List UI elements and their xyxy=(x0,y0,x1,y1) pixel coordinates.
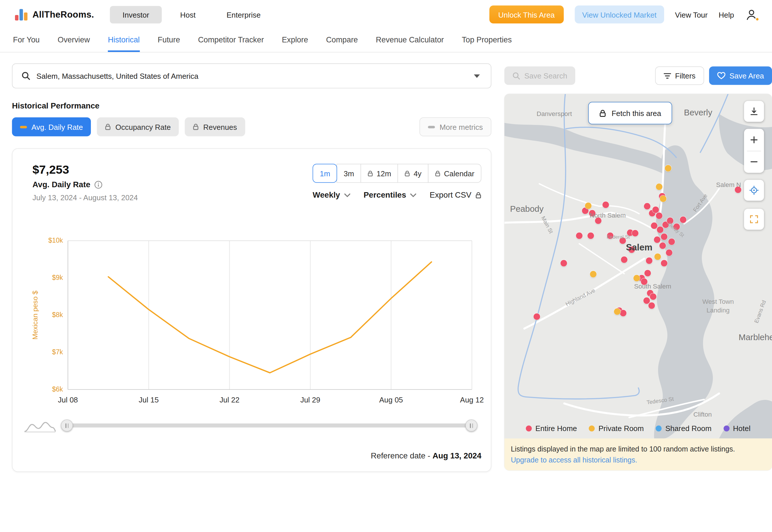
listing-dot-entire-home[interactable] xyxy=(656,213,663,219)
help-link[interactable]: Help xyxy=(719,10,734,18)
zoom-in-button[interactable] xyxy=(744,129,764,151)
listing-dot-private-room[interactable] xyxy=(585,203,592,209)
legend-label: Private Room xyxy=(598,424,644,432)
download-map-button[interactable] xyxy=(744,101,764,122)
locate-me-button[interactable] xyxy=(744,180,764,201)
listing-dot-entire-home[interactable] xyxy=(673,224,680,230)
upgrade-link[interactable]: Upgrade to access all historical listing… xyxy=(511,456,637,464)
listing-dot-entire-home[interactable] xyxy=(659,242,666,249)
adr-line-chart: $10k$9k$8k$7k$6kJul 08Jul 15Jul 22Jul 29… xyxy=(33,238,472,408)
tab-explore[interactable]: Explore xyxy=(282,29,308,52)
listing-dot-entire-home[interactable] xyxy=(646,257,653,264)
unlock-this-area-button[interactable]: Unlock This Area xyxy=(489,5,564,23)
listing-dot-entire-home[interactable] xyxy=(628,246,635,253)
listing-dot-entire-home[interactable] xyxy=(620,310,627,316)
metric-occupancy-rate[interactable]: Occupancy Rate xyxy=(97,117,179,136)
tab-overview[interactable]: Overview xyxy=(58,29,90,52)
listings-layer: DanversportBeverlyPeabodyNorth SalemSale… xyxy=(504,94,772,438)
listing-dot-entire-home[interactable] xyxy=(643,297,650,304)
range-calendar[interactable]: Calendar xyxy=(428,164,481,183)
listing-dot-entire-home[interactable] xyxy=(649,302,655,309)
listing-dot-entire-home[interactable] xyxy=(661,233,668,240)
listing-dot-private-room[interactable] xyxy=(654,253,661,260)
listing-dot-entire-home[interactable] xyxy=(644,270,651,277)
listing-dot-entire-home[interactable] xyxy=(668,239,675,245)
range-1m[interactable]: 1m xyxy=(313,164,337,183)
listing-dot-entire-home[interactable] xyxy=(680,216,687,223)
listing-dot-entire-home[interactable] xyxy=(576,233,583,239)
tab-for-you[interactable]: For You xyxy=(13,29,40,52)
listing-dot-entire-home[interactable] xyxy=(595,218,602,224)
listing-dot-entire-home[interactable] xyxy=(652,207,659,213)
frequency-select[interactable]: Weekly xyxy=(313,191,351,200)
nav-enterprise[interactable]: Enterprise xyxy=(214,6,273,23)
nav-host[interactable]: Host xyxy=(168,6,208,23)
slider-handle-right[interactable] xyxy=(465,419,477,432)
metric-revenues[interactable]: Revenues xyxy=(185,117,245,136)
range-4y[interactable]: 4y xyxy=(398,164,428,183)
listing-dot-private-room[interactable] xyxy=(665,165,672,172)
filters-button[interactable]: Filters xyxy=(655,66,704,85)
listing-dot-private-room[interactable] xyxy=(656,183,663,190)
more-metrics-button[interactable]: More metrics xyxy=(420,117,492,136)
location-search[interactable] xyxy=(12,63,492,89)
tab-future[interactable]: Future xyxy=(158,29,180,52)
listing-dot-entire-home[interactable] xyxy=(621,256,627,263)
metric-avg-daily-rate[interactable]: Avg. Daily Rate xyxy=(12,117,91,136)
percentiles-select[interactable]: Percentiles xyxy=(363,191,417,200)
listing-dot-entire-home[interactable] xyxy=(661,260,668,267)
legend-item-hotel: Hotel xyxy=(724,424,751,432)
slider-track[interactable] xyxy=(67,424,471,428)
info-icon[interactable] xyxy=(94,181,102,189)
map-place-label: Fort Ave xyxy=(692,193,708,213)
tab-revenue-calculator[interactable]: Revenue Calculator xyxy=(376,29,444,52)
fetch-this-area-button[interactable]: Fetch this area xyxy=(588,102,672,124)
range-3m[interactable]: 3m xyxy=(337,164,361,183)
listing-dot-entire-home[interactable] xyxy=(619,237,626,244)
listing-dot-entire-home[interactable] xyxy=(587,233,594,239)
save-area-button[interactable]: Save Area xyxy=(709,66,772,85)
location-search-input[interactable] xyxy=(36,72,468,80)
save-search-button[interactable]: Save Search xyxy=(504,66,575,85)
tab-compare[interactable]: Compare xyxy=(326,29,358,52)
listing-dot-entire-home[interactable] xyxy=(602,201,609,208)
listing-dot-entire-home[interactable] xyxy=(644,203,651,210)
page-title: Historical Performance xyxy=(12,101,492,110)
map-place-label: Beverly xyxy=(684,108,712,118)
slider-handle-left[interactable] xyxy=(61,419,73,432)
range-12m[interactable]: 12m xyxy=(361,164,398,183)
listing-dot-entire-home[interactable] xyxy=(657,226,664,233)
listing-dot-entire-home[interactable] xyxy=(641,278,648,285)
listing-dot-entire-home[interactable] xyxy=(533,313,540,320)
listing-dot-entire-home[interactable] xyxy=(607,233,614,239)
tab-competitor-tracker[interactable]: Competitor Tracker xyxy=(198,29,264,52)
listing-dot-entire-home[interactable] xyxy=(666,250,672,256)
chevron-down-icon xyxy=(344,193,351,197)
zoom-out-button[interactable] xyxy=(744,151,764,173)
listing-dot-entire-home[interactable] xyxy=(589,210,596,217)
listing-dot-private-room[interactable] xyxy=(660,196,666,202)
listing-dot-private-room[interactable] xyxy=(590,271,597,278)
listing-dot-private-room[interactable] xyxy=(614,308,621,315)
view-tour-link[interactable]: View Tour xyxy=(675,10,708,18)
listing-dot-entire-home[interactable] xyxy=(667,218,674,224)
view-unlocked-market-button[interactable]: View Unlocked Market xyxy=(575,5,664,23)
map[interactable]: DanversportBeverlyPeabodyNorth SalemSale… xyxy=(504,94,772,438)
listing-dot-entire-home[interactable] xyxy=(654,237,661,243)
tab-top-properties[interactable]: Top Properties xyxy=(462,29,512,52)
range-label: 3m xyxy=(344,169,354,177)
brand[interactable]: AllTheRooms. xyxy=(15,8,94,20)
listing-dot-private-room[interactable] xyxy=(634,275,640,282)
listing-dot-entire-home[interactable] xyxy=(651,222,657,229)
tab-historical[interactable]: Historical xyxy=(108,29,140,52)
fullscreen-button[interactable] xyxy=(744,209,764,230)
listing-dot-entire-home[interactable] xyxy=(632,230,638,237)
listing-dot-entire-home[interactable] xyxy=(650,293,657,300)
export-csv-button[interactable]: Export CSV xyxy=(430,191,481,200)
account-avatar[interactable] xyxy=(745,8,758,21)
nav-investor[interactable]: Investor xyxy=(110,6,162,23)
listing-dot-entire-home[interactable] xyxy=(561,260,567,267)
y-tick-label: $9k xyxy=(52,274,63,281)
dropdown-caret-icon[interactable] xyxy=(474,74,480,78)
listing-dot-entire-home[interactable] xyxy=(735,186,741,193)
